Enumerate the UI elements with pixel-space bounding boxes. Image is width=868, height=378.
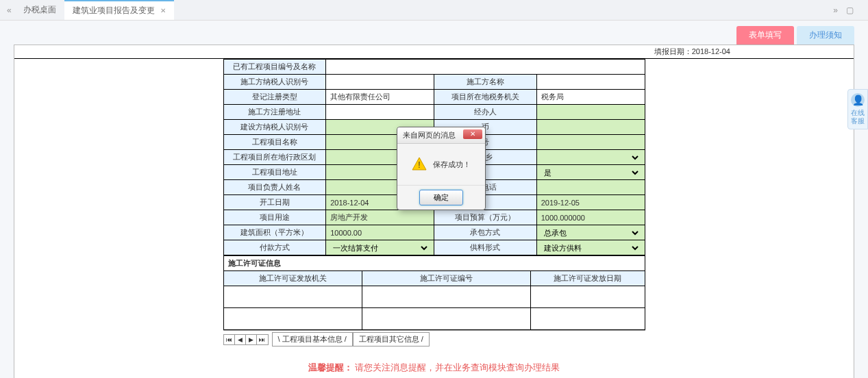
- field-label: 施工方名称: [434, 75, 536, 90]
- permit-table: 施工许可证信息 施工许可证发放机关 施工许可证编号 施工许可证发放日期: [223, 255, 645, 330]
- field-value[interactable]: 1000.000000: [536, 210, 645, 225]
- field-label: 承包方式: [434, 225, 536, 240]
- field-value[interactable]: 总承包: [536, 225, 645, 240]
- avatar-icon: 👤: [851, 93, 865, 107]
- sheet-first-icon[interactable]: ⏮: [224, 335, 235, 344]
- permit-col-number: 施工许可证编号: [362, 271, 531, 286]
- field-select[interactable]: 是: [541, 168, 641, 177]
- close-icon[interactable]: ✕: [160, 7, 166, 14]
- field-label: 项目用途: [223, 210, 326, 225]
- sheet-tab-other[interactable]: 工程项目其它信息 /: [353, 332, 430, 346]
- field-value[interactable]: 10000.00: [326, 225, 434, 240]
- field-value[interactable]: 2019-12-05: [536, 195, 645, 210]
- subtab-notice[interactable]: 办理须知: [797, 26, 854, 45]
- sheet-next-icon[interactable]: ▶: [246, 335, 257, 344]
- field-value[interactable]: [326, 75, 434, 90]
- tab-label: 建筑业项目报告及变更: [73, 5, 155, 16]
- ok-button[interactable]: 确定: [419, 190, 463, 205]
- field-value[interactable]: 其他有限责任公司: [326, 90, 434, 105]
- field-label: 建筑面积（平方米）: [223, 225, 326, 240]
- field-value[interactable]: [326, 105, 434, 120]
- field-value[interactable]: 建设方供料: [536, 240, 645, 255]
- field-label: 施工方注册地址: [223, 105, 326, 120]
- field-label: 项目负责人姓名: [223, 180, 326, 195]
- close-icon[interactable]: ✕: [463, 129, 482, 139]
- sheet-last-icon[interactable]: ⏭: [257, 335, 268, 344]
- field-value[interactable]: [326, 60, 645, 75]
- permit-col-issuer: 施工许可证发放机关: [223, 271, 362, 286]
- tabs-next-icon[interactable]: »: [829, 5, 842, 15]
- tab-bar: « 办税桌面 建筑业项目报告及变更 ✕ » ▢: [0, 0, 868, 21]
- sheet-prev-icon[interactable]: ◀: [235, 335, 246, 344]
- content-frame: 填报日期：2018-12-04 已有工程项目编号及名称施工方纳税人识别号施工方名…: [14, 45, 854, 378]
- field-label: 付款方式: [223, 240, 326, 255]
- sheet-tabs: ⏮ ◀ ▶ ⏭ \ 工程项目基本信息 / 工程项目其它信息 /: [223, 330, 645, 348]
- field-value[interactable]: 一次结算支付: [326, 240, 434, 255]
- reminder-text: 温馨提醒： 请您关注消息提醒，并在业务查询模块查询办理结果: [14, 348, 854, 378]
- save-success-dialog: 来自网页的消息 ✕ ! 保存成功！ 确定: [397, 127, 486, 210]
- field-label: 项目预算（万元）: [434, 210, 536, 225]
- field-value[interactable]: 税务局: [536, 90, 645, 105]
- field-select[interactable]: 建设方供料: [541, 243, 641, 253]
- field-label: 工程项目地址: [223, 165, 326, 180]
- field-label: 已有工程项目编号及名称: [223, 60, 326, 75]
- report-date: 填报日期：2018-12-04: [14, 45, 854, 59]
- field-label: 供料形式: [434, 240, 536, 255]
- field-value[interactable]: [536, 150, 645, 165]
- dialog-message: 保存成功！: [433, 160, 471, 170]
- field-label: 登记注册类型: [223, 90, 326, 105]
- table-row[interactable]: [223, 308, 645, 330]
- field-label: 施工方纳税人识别号: [223, 75, 326, 90]
- table-row[interactable]: [223, 286, 645, 308]
- tabs-prev-icon[interactable]: «: [3, 5, 15, 15]
- field-select[interactable]: 一次结算支付: [330, 243, 430, 253]
- field-value[interactable]: [536, 105, 645, 120]
- warning-icon: !: [411, 156, 427, 173]
- field-value[interactable]: [536, 180, 645, 195]
- tab-label: 办税桌面: [23, 4, 56, 16]
- field-value[interactable]: 房地产开发: [326, 210, 434, 225]
- sheet-nav: ⏮ ◀ ▶ ⏭: [223, 334, 269, 345]
- form-row: 已有工程项目编号及名称: [223, 60, 645, 75]
- tab-desktop[interactable]: 办税桌面: [15, 1, 64, 19]
- field-value[interactable]: [536, 120, 645, 135]
- form-row: 施工方纳税人识别号施工方名称: [223, 75, 645, 90]
- field-label: 工程项目所在地行政区划: [223, 150, 326, 165]
- dialog-title: 来自网页的消息 ✕: [397, 127, 485, 144]
- field-value[interactable]: 是: [536, 165, 645, 180]
- field-label: 工程项目名称: [223, 135, 326, 150]
- window-control-icon[interactable]: ▢: [842, 5, 858, 15]
- field-label: 项目所在地税务机关: [434, 90, 536, 105]
- form-row: 登记注册类型其他有限责任公司项目所在地税务机关税务局: [223, 90, 645, 105]
- sub-tabs: 表单填写 办理须知: [0, 21, 868, 45]
- tab-construction-report[interactable]: 建筑业项目报告及变更 ✕: [64, 0, 174, 20]
- svg-text:!: !: [418, 160, 420, 170]
- permit-section-header: 施工许可证信息: [223, 256, 645, 271]
- field-value[interactable]: [536, 75, 645, 90]
- form-row: 施工方注册地址经办人: [223, 105, 645, 120]
- field-label: 开工日期: [223, 195, 326, 210]
- form-row: 项目用途房地产开发项目预算（万元）1000.000000: [223, 210, 645, 225]
- field-label: 建设方纳税人识别号: [223, 120, 326, 135]
- online-service-widget[interactable]: 👤 在线客服: [847, 89, 868, 129]
- form-row: 建筑面积（平方米）10000.00承包方式总承包: [223, 225, 645, 240]
- field-value[interactable]: [536, 135, 645, 150]
- form-row: 付款方式一次结算支付供料形式建设方供料: [223, 240, 645, 255]
- field-label: 经办人: [434, 105, 536, 120]
- field-select[interactable]: 总承包: [541, 228, 641, 238]
- permit-col-date: 施工许可证发放日期: [531, 271, 645, 286]
- sheet-tab-basic[interactable]: \ 工程项目基本信息 /: [272, 332, 353, 346]
- subtab-form-fill[interactable]: 表单填写: [736, 26, 794, 45]
- field-select[interactable]: [541, 153, 641, 162]
